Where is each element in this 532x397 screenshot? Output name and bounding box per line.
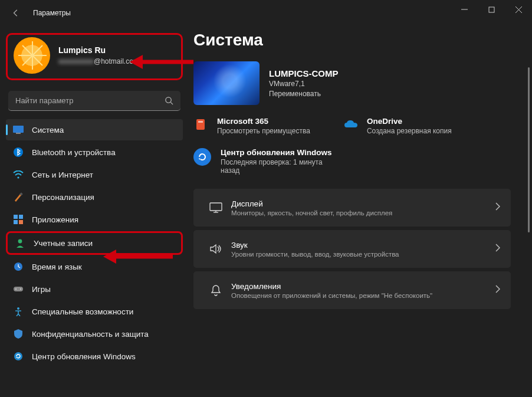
promo-sub: Создана резервная копия [367,127,452,135]
onedrive-icon [343,117,359,132]
update-icon [193,148,211,166]
sidebar-item-label: Персонализация [32,193,94,202]
svg-point-9 [17,176,19,178]
sidebar-item-apps[interactable]: Приложения [6,209,183,230]
update-sub: Последняя проверка: 1 минута назад [221,158,333,175]
card-sub: Мониторы, яркость, ночной свет, профиль … [231,209,392,216]
sidebar-item-accounts[interactable]: Учетные записи [6,231,183,255]
sidebar-item-bluetooth[interactable]: Bluetooth и устройства [6,142,183,163]
sidebar-item-label: Конфиденциальность и защита [32,330,149,339]
card-title: Дисплей [231,199,392,208]
brush-icon [13,192,24,202]
sidebar-item-personalization[interactable]: Персонализация [6,186,183,208]
svg-rect-1 [489,7,494,12]
sidebar-item-gaming[interactable]: Игры [6,278,183,300]
person-icon [15,238,25,248]
profile-name: Lumpics Ru [58,45,139,55]
windows-update-tile[interactable]: Центр обновления Windows Последняя прове… [193,148,511,175]
page-title: Система [193,31,511,50]
avatar [14,37,50,74]
sidebar-item-label: Время и язык [32,263,82,271]
sidebar-item-network[interactable]: Сеть и Интернет [6,164,183,185]
search-input[interactable]: Найти параметр [8,91,180,111]
svg-point-21 [14,352,22,360]
maximize-button[interactable] [478,0,505,19]
speaker-icon [204,244,228,254]
sidebar-item-label: Система [32,126,64,134]
card-display[interactable]: Дисплей Мониторы, яркость, ночной свет, … [193,189,511,227]
accessibility-icon [13,306,24,317]
svg-rect-23 [198,121,203,123]
promo-onedrive[interactable]: OneDrive Создана резервная копия [343,117,452,135]
bluetooth-icon [13,147,24,158]
back-button[interactable] [8,5,24,21]
sidebar-item-label: Специальные возможности [32,307,133,316]
pc-model: VMware7,1 [269,80,339,88]
svg-rect-12 [19,215,23,219]
svg-rect-6 [13,126,24,133]
main-content: Система LUMPICS-COMP VMware7,1 Переимено… [189,26,532,397]
card-sound[interactable]: Звук Уровни громкости, вывод, ввод, звук… [193,230,511,268]
sidebar-item-label: Приложения [32,215,78,224]
card-title: Уведомления [231,282,432,291]
chevron-right-icon [495,244,500,254]
svg-point-15 [18,239,22,244]
sidebar-item-label: Учетные записи [34,239,93,248]
svg-line-5 [170,102,173,104]
monitor-icon [204,202,228,213]
window-title: Параметры [33,9,71,17]
sidebar-item-label: Bluetooth и устройства [32,148,116,157]
svg-point-19 [20,288,21,290]
profile-email: xxxxxxxxxx@hotmail.com [58,57,139,65]
svg-rect-13 [14,220,18,224]
scrollbar[interactable] [528,67,530,232]
sidebar-item-time[interactable]: Время и язык [6,256,183,277]
sidebar-item-label: Центр обновления Windows [32,352,136,361]
svg-rect-14 [19,220,23,224]
sidebar-item-label: Сеть и Интернет [32,170,93,179]
svg-rect-24 [210,203,222,211]
update-icon [13,351,24,362]
minimize-button[interactable] [451,0,478,19]
sidebar: Lumpics Ru xxxxxxxxxx@hotmail.com Найти … [0,26,189,397]
pc-summary: LUMPICS-COMP VMware7,1 Переименовать [193,61,511,105]
desktop-thumbnail [193,61,260,105]
chevron-right-icon [495,285,500,296]
apps-icon [13,214,24,225]
sidebar-item-label: Игры [32,285,51,294]
sidebar-item-system[interactable]: Система [6,119,183,140]
promo-sub: Просмотреть преимущества [217,127,310,135]
svg-rect-7 [16,133,21,134]
sidebar-item-privacy[interactable]: Конфиденциальность и защита [6,323,183,344]
promo-m365[interactable]: Microsoft 365 Просмотреть преимущества [193,117,310,135]
svg-rect-22 [196,119,205,130]
sidebar-item-accessibility[interactable]: Специальные возможности [6,301,183,322]
svg-point-20 [17,307,19,310]
card-title: Звук [231,241,399,250]
promo-title: Microsoft 365 [217,117,310,126]
gamepad-icon [13,284,24,294]
svg-rect-17 [14,287,23,291]
card-sub: Оповещения от приложений и системы, режи… [231,292,432,299]
svg-rect-11 [14,215,18,219]
clock-icon [13,261,24,272]
svg-point-18 [15,288,17,290]
sidebar-item-update[interactable]: Центр обновления Windows [6,346,183,367]
m365-icon [193,117,209,132]
pc-name: LUMPICS-COMP [269,68,339,78]
chevron-right-icon [495,202,500,213]
update-title: Центр обновления Windows [221,148,333,157]
shield-icon [13,329,24,339]
card-notifications[interactable]: Уведомления Оповещения от приложений и с… [193,271,511,309]
close-button[interactable] [505,0,532,19]
promo-title: OneDrive [367,117,452,126]
card-sub: Уровни громкости, вывод, ввод, звуковые … [231,251,399,258]
search-placeholder: Найти параметр [15,96,73,105]
wifi-icon [13,169,24,180]
profile-card[interactable]: Lumpics Ru xxxxxxxxxx@hotmail.com [6,33,183,80]
nav-list: Система Bluetooth и устройства Сеть и Ин… [6,119,183,367]
rename-link[interactable]: Переименовать [269,90,339,98]
bell-icon [204,284,228,296]
svg-point-4 [166,97,171,103]
system-icon [13,124,24,135]
